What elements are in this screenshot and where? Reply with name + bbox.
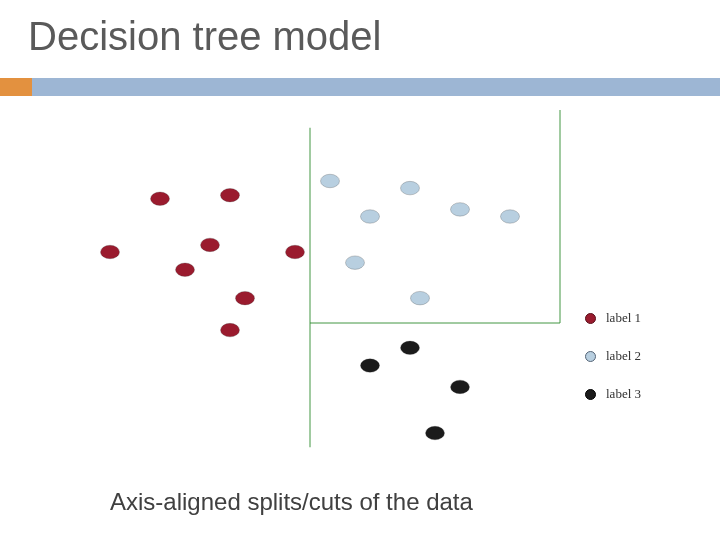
accent-blue-block xyxy=(32,78,720,96)
data-point xyxy=(346,256,365,269)
data-point xyxy=(361,359,380,372)
page-title: Decision tree model xyxy=(28,14,382,59)
data-point xyxy=(401,341,420,354)
circle-icon xyxy=(585,313,596,324)
data-point xyxy=(451,203,470,216)
caption: Axis-aligned splits/cuts of the data xyxy=(110,488,473,516)
data-point xyxy=(101,245,120,258)
scatter-plot xyxy=(70,110,570,465)
data-point xyxy=(411,291,430,304)
circle-icon xyxy=(585,351,596,362)
legend-item-2: label 2 xyxy=(585,348,641,364)
slide: Decision tree model label 1 label 2 labe… xyxy=(0,0,720,540)
data-point xyxy=(426,426,445,439)
accent-bar xyxy=(0,78,720,96)
data-point xyxy=(221,323,240,336)
data-point xyxy=(221,188,240,201)
data-point xyxy=(201,238,220,251)
data-point xyxy=(286,245,305,258)
legend: label 1 label 2 label 3 xyxy=(585,310,641,424)
accent-orange-block xyxy=(0,78,32,96)
legend-label: label 3 xyxy=(606,386,641,402)
legend-item-1: label 1 xyxy=(585,310,641,326)
data-point xyxy=(361,210,380,223)
data-point xyxy=(176,263,195,276)
legend-label: label 1 xyxy=(606,310,641,326)
circle-icon xyxy=(585,389,596,400)
data-point xyxy=(321,174,340,187)
legend-label: label 2 xyxy=(606,348,641,364)
data-point xyxy=(451,380,470,393)
data-point xyxy=(501,210,520,223)
legend-item-3: label 3 xyxy=(585,386,641,402)
data-point xyxy=(401,181,420,194)
data-point xyxy=(151,192,170,205)
data-point xyxy=(236,291,255,304)
